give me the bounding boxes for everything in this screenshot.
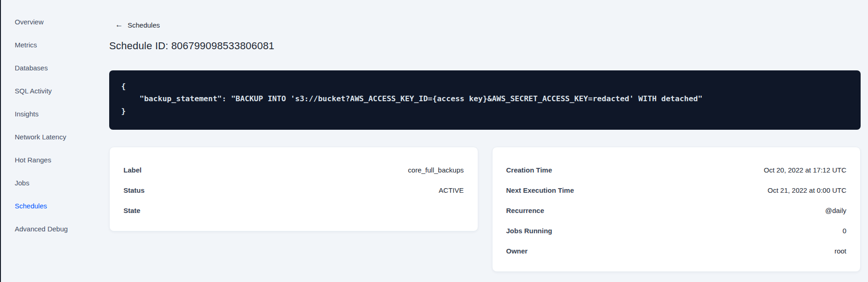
timing-row-label: Jobs Running <box>506 227 552 235</box>
timing-row: Jobs Running 0 <box>506 220 847 241</box>
sidebar-item[interactable]: SQL Activity <box>1 80 98 103</box>
sidebar-item[interactable]: Databases <box>1 57 98 80</box>
sidebar-item-label: Overview <box>15 18 44 26</box>
detail-row: Status ACTIVE <box>123 180 464 200</box>
timing-row: Recurrence @daily <box>506 200 847 220</box>
timing-row-label: Owner <box>506 247 528 255</box>
back-to-schedules-link[interactable]: ← Schedules <box>115 21 160 29</box>
detail-row: State <box>123 200 464 220</box>
code-line: { <box>121 80 849 92</box>
schedule-timing-card: Creation Time Oct 20, 2022 at 17:12 UTC … <box>492 147 861 272</box>
code-line: } <box>121 105 849 117</box>
detail-row-label: Label <box>123 166 141 174</box>
timing-row-label: Recurrence <box>506 207 545 214</box>
sidebar-item-label: Advanced Debug <box>15 225 68 233</box>
timing-row: Owner root <box>506 241 847 261</box>
sidebar-item[interactable]: Hot Ranges <box>1 149 98 172</box>
timing-row-value: root <box>834 247 846 255</box>
sidebar-item[interactable]: Schedules <box>1 195 98 218</box>
detail-row-label: State <box>123 207 141 214</box>
timing-row-value: Oct 21, 2022 at 0:00 UTC <box>768 186 846 194</box>
main-content: ← Schedules Schedule ID: 806799098533806… <box>109 0 861 272</box>
sidebar-item[interactable]: Jobs <box>1 172 98 195</box>
sidebar-item-label: Insights <box>15 110 39 118</box>
sidebar-item-label: Metrics <box>15 41 37 49</box>
detail-row: Label core_full_backups <box>123 160 464 180</box>
sidebar-item-label: Jobs <box>15 179 29 187</box>
sidebar-item-label: Network Latency <box>15 133 66 141</box>
backup-statement-code-block: { "backup_statement": "BACKUP INTO 's3:/… <box>109 70 861 130</box>
page-title: Schedule ID: 806799098533806081 <box>109 40 861 52</box>
timing-row-value: 0 <box>843 227 846 235</box>
sidebar-item-label: Hot Ranges <box>15 156 51 164</box>
summary-cards: Label core_full_backups Status ACTIVE St… <box>109 147 861 272</box>
back-link-label: Schedules <box>128 21 160 29</box>
detail-row-value: core_full_backups <box>408 166 464 174</box>
timing-row-label: Creation Time <box>506 166 552 174</box>
timing-row: Creation Time Oct 20, 2022 at 17:12 UTC <box>506 160 847 180</box>
timing-row-value: @daily <box>825 207 846 214</box>
sidebar-nav: Overview Metrics Databases SQL Activity … <box>1 0 98 241</box>
sidebar-item-label: Databases <box>15 64 48 72</box>
timing-row: Next Execution Time Oct 21, 2022 at 0:00… <box>506 180 847 200</box>
detail-row-value: ACTIVE <box>439 186 463 194</box>
code-line: "backup_statement": "BACKUP INTO 's3://b… <box>121 92 849 105</box>
timing-row-value: Oct 20, 2022 at 17:12 UTC <box>764 166 846 174</box>
schedule-details-card: Label core_full_backups Status ACTIVE St… <box>109 147 478 231</box>
back-arrow-icon: ← <box>115 21 123 29</box>
sidebar-item[interactable]: Insights <box>1 103 98 126</box>
detail-row-label: Status <box>123 186 145 194</box>
sidebar-item[interactable]: Overview <box>1 11 98 34</box>
timing-row-label: Next Execution Time <box>506 186 574 194</box>
sidebar-item-label: Schedules <box>15 202 47 210</box>
sidebar-item[interactable]: Network Latency <box>1 126 98 149</box>
sidebar-item[interactable]: Metrics <box>1 34 98 57</box>
sidebar-item[interactable]: Advanced Debug <box>1 218 98 241</box>
sidebar-item-label: SQL Activity <box>15 87 52 95</box>
